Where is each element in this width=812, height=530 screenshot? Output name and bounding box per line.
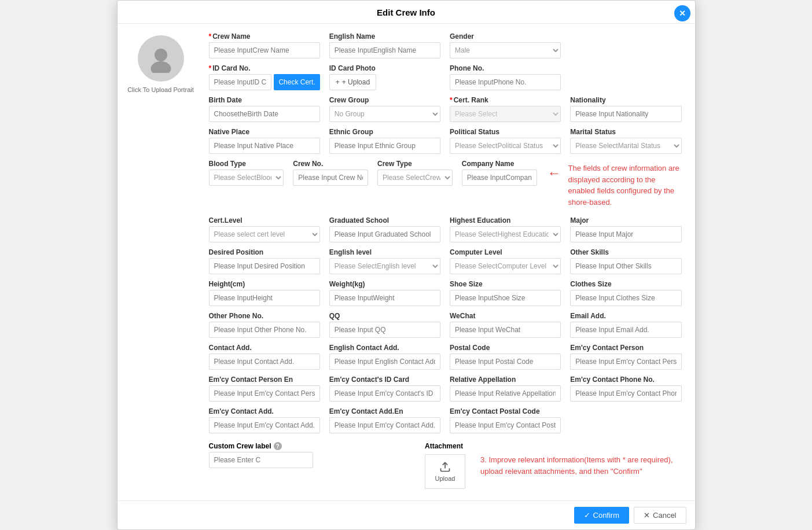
crew-group-select[interactable]: No Group	[329, 106, 440, 122]
clothes-size-input[interactable]	[570, 290, 681, 306]
desired-position-input[interactable]	[209, 258, 320, 274]
custom-crew-input[interactable]	[209, 452, 313, 468]
other-skills-input[interactable]	[570, 258, 681, 274]
crew-no-input[interactable]	[293, 170, 368, 186]
form-row-4: Native Place Ethnic Group Political Stat…	[204, 125, 686, 157]
wechat-field: WeChat	[445, 309, 565, 341]
form-area: *Crew Name English Name Gender Male Fema…	[204, 30, 686, 495]
political-status-select[interactable]: Please SelectPolitical Status	[450, 138, 561, 154]
phone-input[interactable]	[450, 74, 561, 90]
confirm-button[interactable]: ✓ Confirm	[574, 507, 630, 524]
qq-input[interactable]	[329, 322, 440, 338]
nationality-label: Nationality	[570, 96, 681, 104]
computer-level-select[interactable]: Please SelectComputer Level	[450, 258, 561, 274]
svg-point-1	[150, 61, 171, 73]
portrait-panel: Click To Upload Portrait	[126, 30, 196, 495]
emcy-contact-person-input[interactable]	[570, 354, 681, 370]
major-input[interactable]	[570, 226, 681, 242]
weight-label: Weight(kg)	[329, 280, 440, 288]
graduated-school-label: Graduated School	[329, 216, 440, 224]
form-row-10: Contact Add. English Contact Add. Postal…	[204, 341, 686, 373]
wechat-input[interactable]	[450, 322, 561, 338]
cert-rank-select[interactable]: Please Select	[450, 106, 561, 122]
blood-type-select[interactable]: Please SelectBlood Type	[209, 170, 284, 186]
emcy-contact-phone-input[interactable]	[570, 385, 681, 402]
attachment-section: Attachment Upload	[420, 439, 470, 492]
english-contact-add-field: English Contact Add.	[325, 341, 445, 373]
gender-select[interactable]: Male Female	[450, 42, 561, 58]
other-skills-field: Other Skills	[565, 245, 686, 277]
custom-crew-section: Custom Crew label ?	[204, 439, 415, 492]
crew-name-input[interactable]	[209, 42, 320, 58]
nationality-input[interactable]	[570, 106, 681, 122]
svg-point-0	[155, 49, 167, 61]
close-button[interactable]: ✕	[674, 5, 690, 21]
graduated-school-field: Graduated School	[325, 214, 445, 245]
other-skills-label: Other Skills	[570, 248, 681, 256]
contact-add-input[interactable]	[209, 354, 320, 370]
contact-add-label: Contact Add.	[209, 344, 320, 352]
placeholder-1	[565, 30, 686, 61]
attachment-upload-button[interactable]: Upload	[425, 454, 465, 489]
graduated-school-input[interactable]	[329, 226, 440, 242]
id-card-input[interactable]	[209, 74, 272, 90]
form-row-1: *Crew Name English Name Gender Male Fema…	[204, 30, 686, 61]
plus-icon: +	[336, 78, 340, 86]
emcy-contact-phone-field: Em'cy Contact Phone No.	[565, 373, 686, 404]
english-contact-add-input[interactable]	[329, 354, 440, 370]
email-input[interactable]	[570, 322, 681, 338]
form-row-9: Other Phone No. QQ WeChat Email Add.	[204, 309, 686, 341]
emcy-contact-add-en-input[interactable]	[329, 417, 440, 433]
english-name-input[interactable]	[329, 42, 440, 58]
wechat-label: WeChat	[450, 312, 561, 320]
check-cert-button[interactable]: Check Cert.	[274, 74, 319, 90]
emcy-contact-add-input[interactable]	[209, 417, 320, 433]
crew-type-select[interactable]: Please SelectCrew Type	[377, 170, 453, 186]
form-row-7: Desired Position English level Please Se…	[204, 245, 686, 277]
help-icon[interactable]: ?	[274, 442, 282, 450]
birth-date-input[interactable]	[209, 106, 320, 122]
cancel-button[interactable]: ✕ Cancel	[634, 507, 686, 524]
form-row-8: Height(cm) Weight(kg) Shoe Size Clothes …	[204, 277, 686, 309]
id-card-photo-label: ID Card Photo	[329, 64, 440, 72]
modal-title: Edit Crew Info	[377, 8, 435, 17]
ethnic-group-input[interactable]	[329, 138, 440, 154]
emcy-contact-id-label: Em'cy Contact's ID Card	[329, 376, 440, 384]
avatar[interactable]	[138, 35, 184, 82]
relative-appellation-input[interactable]	[450, 385, 561, 402]
crew-name-label: *Crew Name	[209, 32, 320, 41]
upload-id-photo-button[interactable]: + + Upload	[329, 74, 376, 90]
shoe-size-input[interactable]	[450, 290, 561, 306]
emcy-contact-person-field: Em'cy Contact Person	[565, 341, 686, 373]
company-name-field: Company Name	[457, 157, 542, 189]
postal-code-input[interactable]	[450, 354, 561, 370]
form-row-11: Em'cy Contact Person En Em'cy Contact's …	[204, 373, 686, 404]
major-label: Major	[570, 216, 681, 224]
confirm-label: Confirm	[593, 511, 620, 520]
clothes-size-label: Clothes Size	[570, 280, 681, 288]
modal-header: Edit Crew Info ✕	[117, 1, 695, 24]
marital-status-select[interactable]: Please SelectMarital Status	[570, 138, 681, 154]
highest-education-select[interactable]: Please SelectHighest Education	[450, 226, 561, 242]
contact-add-field: Contact Add.	[204, 341, 325, 373]
weight-input[interactable]	[329, 290, 440, 306]
bottom-row: Custom Crew label ? Attachment Upload	[204, 436, 686, 495]
annotation-text-content: The fields of crew information are displ…	[568, 163, 681, 208]
postal-code-field: Postal Code	[445, 341, 565, 373]
english-level-label: English level	[329, 248, 440, 256]
native-place-input[interactable]	[209, 138, 320, 154]
emcy-contact-en-input[interactable]	[209, 385, 320, 402]
height-input[interactable]	[209, 290, 320, 306]
emcy-contact-person-label: Em'cy Contact Person	[570, 344, 681, 352]
confirm-icon: ✓	[584, 511, 590, 520]
weight-field: Weight(kg)	[325, 277, 445, 309]
highest-education-field: Highest Education Please SelectHighest E…	[445, 214, 565, 245]
other-phone-input[interactable]	[209, 322, 320, 338]
ethnic-group-label: Ethnic Group	[329, 128, 440, 136]
english-level-select[interactable]: Please SelectEnglish level	[329, 258, 440, 274]
company-name-input[interactable]	[462, 170, 537, 186]
emcy-postal-code-input[interactable]	[450, 417, 561, 433]
emcy-contact-id-input[interactable]	[329, 385, 440, 402]
cert-level-select[interactable]: Please select cert level	[209, 226, 320, 242]
upload-portrait-label[interactable]: Click To Upload Portrait	[127, 86, 194, 93]
